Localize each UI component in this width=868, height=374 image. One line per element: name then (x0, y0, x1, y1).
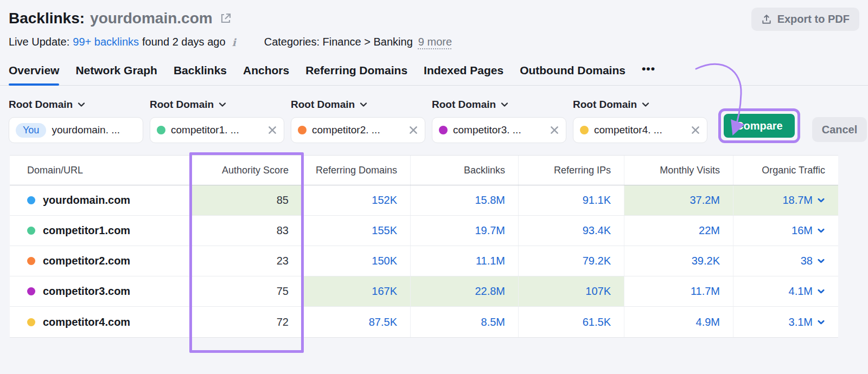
root-domain-dropdown[interactable]: Root Domain (291, 99, 425, 111)
tab-referring-domains[interactable]: Referring Domains (305, 64, 407, 85)
referring-ips-link[interactable]: 93.4K (583, 224, 611, 237)
referring-domains-link[interactable]: 152K (372, 194, 397, 207)
referring-domains-link[interactable]: 87.5K (369, 316, 397, 328)
backlinks-link[interactable]: 8.5M (481, 316, 505, 328)
monthly-visits-link[interactable]: 37.2M (690, 194, 720, 207)
cell-authority-score: 23 (191, 246, 302, 276)
domain-chip-label: competitor3. ... (453, 124, 544, 136)
referring-ips-link[interactable]: 79.2K (583, 255, 611, 267)
domain-chip-3[interactable]: competitor2. ... (291, 117, 425, 143)
authority-score-value: 72 (277, 316, 289, 328)
chevron-down-icon[interactable] (817, 227, 825, 235)
root-domain-dropdown[interactable]: Root Domain (150, 99, 284, 111)
export-to-pdf-button[interactable]: Export to PDF (751, 8, 859, 31)
close-icon[interactable] (691, 125, 700, 135)
organic-traffic-link[interactable]: 18.7M (782, 194, 813, 207)
tab-network-graph[interactable]: Network Graph (75, 64, 157, 85)
tab-outbound-domains[interactable]: Outbound Domains (520, 64, 626, 85)
tab-bar: OverviewNetwork GraphBacklinksAnchorsRef… (0, 62, 868, 86)
column-header-authority-score: Authority Score (191, 156, 302, 185)
backlinks-link[interactable]: 15.8M (475, 194, 505, 207)
tabs-overflow-menu[interactable]: ••• (642, 62, 655, 85)
monthly-visits-link[interactable]: 22M (699, 224, 720, 237)
column-header-organic-traffic: Organic Traffic (733, 156, 838, 185)
compare-button[interactable]: Compare (724, 114, 795, 138)
cell-backlinks: 15.8M (411, 185, 519, 215)
chevron-down-icon (77, 100, 86, 109)
cell-referring-domains: 155K (302, 216, 411, 246)
organic-traffic-link[interactable]: 3.1M (789, 316, 813, 328)
domain-name: yourdomain.com (43, 194, 130, 207)
table-row: competitor3.com75167K22.8M107K11.7M4.1M (10, 276, 838, 307)
cancel-button[interactable]: Cancel (812, 117, 867, 142)
organic-traffic-link[interactable]: 4.1M (789, 285, 813, 298)
cell-referring-domains: 167K (302, 276, 411, 306)
domain-chip-1[interactable]: Youyourdomain. ... (9, 117, 143, 143)
backlinks-link[interactable]: 22.8M (475, 285, 505, 298)
cell-monthly-visits: 22M (624, 216, 733, 246)
referring-domains-link[interactable]: 167K (372, 285, 397, 298)
root-domain-dropdown-label: Root Domain (291, 99, 355, 111)
organic-traffic-link[interactable]: 16M (792, 224, 813, 237)
cell-domain: competitor2.com (10, 246, 191, 276)
comparison-table-wrap: Domain/URLAuthority ScoreReferring Domai… (10, 155, 838, 338)
cell-organic-traffic: 18.7M (733, 185, 838, 215)
backlinks-count-link[interactable]: 99+ backlinks (73, 36, 139, 48)
domain-chip-4[interactable]: competitor3. ... (432, 117, 566, 143)
categories-more-link[interactable]: 9 more (418, 36, 452, 48)
external-link-icon[interactable] (219, 12, 232, 25)
domain-chip-5[interactable]: competitor4. ... (573, 117, 707, 143)
monthly-visits-link[interactable]: 11.7M (691, 285, 720, 298)
referring-domains-link[interactable]: 155K (372, 224, 397, 237)
filter-bar: Root DomainYouyourdomain. ...Root Domain… (0, 86, 868, 143)
root-domain-dropdown[interactable]: Root Domain (9, 99, 143, 111)
cell-domain: competitor1.com (10, 216, 191, 246)
referring-ips-link[interactable]: 107K (585, 285, 611, 298)
monthly-visits-link[interactable]: 4.9M (696, 316, 720, 328)
column-header-backlinks: Backlinks (411, 156, 519, 185)
domain-color-dot (157, 126, 165, 134)
page-title: Backlinks: (9, 10, 85, 27)
domain-name: competitor1.com (43, 224, 130, 237)
cell-authority-score: 83 (191, 216, 302, 246)
chevron-down-icon[interactable] (817, 318, 825, 326)
close-icon[interactable] (550, 125, 559, 135)
column-header-domain: Domain/URL (10, 156, 191, 185)
cell-referring-ips: 61.5K (519, 307, 624, 337)
domain-name: competitor4.com (43, 316, 130, 328)
domain-chip-label: yourdomain. ... (52, 124, 136, 136)
chevron-down-icon[interactable] (817, 196, 825, 204)
live-update-prefix: Live Update: (9, 36, 69, 48)
domain-chip-2[interactable]: competitor1. ... (150, 117, 284, 143)
organic-traffic-link[interactable]: 38 (801, 255, 813, 267)
cell-referring-ips: 91.1K (519, 185, 624, 215)
close-icon[interactable] (409, 125, 418, 135)
domain-color-dot (27, 196, 35, 204)
root-domain-dropdown[interactable]: Root Domain (573, 99, 707, 111)
domain-color-dot (27, 257, 35, 265)
tab-anchors[interactable]: Anchors (243, 64, 289, 85)
cell-backlinks: 11.1M (411, 246, 519, 276)
referring-ips-link[interactable]: 61.5K (583, 316, 611, 328)
cell-referring-ips: 79.2K (519, 246, 624, 276)
root-domain-dropdown[interactable]: Root Domain (432, 99, 566, 111)
backlinks-link[interactable]: 19.7M (475, 224, 505, 237)
cell-organic-traffic: 38 (733, 246, 838, 276)
chevron-down-icon[interactable] (817, 257, 825, 265)
filter-column-3: Root Domaincompetitor2. ... (291, 99, 425, 143)
monthly-visits-link[interactable]: 39.2K (692, 255, 720, 267)
close-icon[interactable] (267, 125, 277, 135)
cell-backlinks: 19.7M (411, 216, 519, 246)
backlinks-link[interactable]: 11.1M (476, 255, 505, 267)
tab-overview[interactable]: Overview (9, 64, 59, 85)
referring-domains-link[interactable]: 150K (372, 255, 397, 267)
chevron-down-icon[interactable] (817, 287, 825, 295)
you-badge: You (16, 123, 46, 138)
authority-score-value: 83 (277, 224, 289, 237)
tab-backlinks[interactable]: Backlinks (174, 64, 227, 85)
cell-monthly-visits: 37.2M (624, 185, 733, 215)
info-icon[interactable]: i (232, 36, 236, 48)
tab-indexed-pages[interactable]: Indexed Pages (424, 64, 503, 85)
referring-ips-link[interactable]: 91.1K (583, 194, 611, 207)
cell-authority-score: 72 (191, 307, 302, 337)
